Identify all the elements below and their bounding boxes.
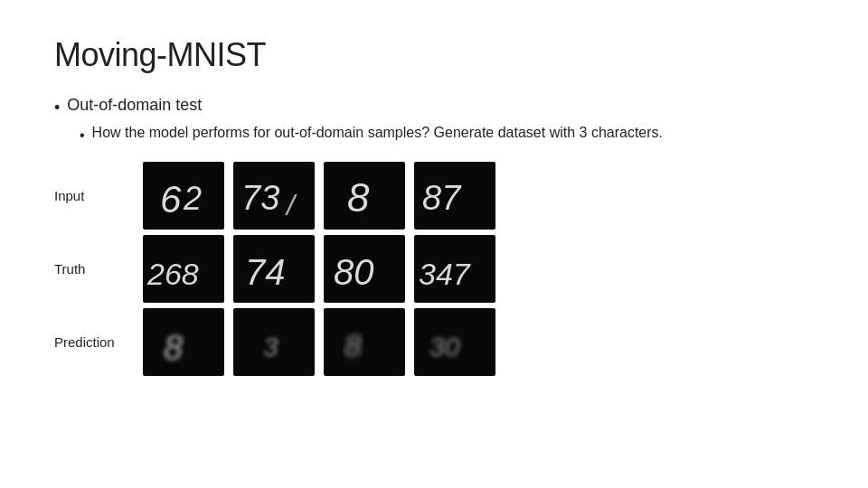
bullet-dot-l2: • xyxy=(80,126,85,145)
svg-text:3: 3 xyxy=(263,332,278,361)
prediction-label: Prediction xyxy=(54,308,127,376)
images-grid: 6 2 73 / 8 xyxy=(143,162,495,376)
pred-img-1: 8 xyxy=(143,308,224,376)
truth-img-1: 268 xyxy=(143,235,224,303)
svg-text:74: 74 xyxy=(245,252,286,292)
bullet-level2: • How the model performs for out-of-doma… xyxy=(80,123,814,145)
truth-img-3: 80 xyxy=(324,235,405,303)
pred-img-4: 30 xyxy=(414,308,495,376)
input-img-1: 6 2 xyxy=(143,162,224,230)
input-label: Input xyxy=(54,162,127,230)
pred-img-2: 3 xyxy=(233,308,315,376)
truth-img-2: 74 xyxy=(233,235,315,303)
svg-text:6: 6 xyxy=(160,178,182,221)
grid-section: Input Truth Prediction 6 2 xyxy=(54,162,814,376)
bullet-level1: • Out-of-domain test xyxy=(54,96,814,117)
pred-img-3: 8 xyxy=(324,308,405,376)
svg-text:30: 30 xyxy=(429,332,460,361)
input-row: 6 2 73 / 8 xyxy=(143,162,495,230)
svg-rect-18 xyxy=(144,309,223,375)
slide-container: Moving-MNIST • Out-of-domain test • How … xyxy=(0,0,868,488)
bullet-l1-text: Out-of-domain test xyxy=(67,96,202,115)
svg-text:87: 87 xyxy=(422,179,462,217)
svg-text:8: 8 xyxy=(347,175,370,220)
prediction-row: 8 3 8 xyxy=(143,308,495,376)
svg-text:8: 8 xyxy=(164,329,183,367)
bullet-l2-text: How the model performs for out-of-domain… xyxy=(92,123,663,143)
svg-text:73: 73 xyxy=(241,179,279,217)
input-img-3: 8 xyxy=(324,162,405,230)
svg-text:268: 268 xyxy=(146,257,199,291)
row-labels: Input Truth Prediction xyxy=(54,162,127,376)
input-img-2: 73 / xyxy=(233,162,315,230)
page-title: Moving-MNIST xyxy=(54,36,814,74)
truth-label: Truth xyxy=(54,235,127,303)
truth-img-4: 347 xyxy=(414,235,495,303)
svg-text:2: 2 xyxy=(183,180,202,217)
svg-text:8: 8 xyxy=(344,328,362,362)
svg-text:347: 347 xyxy=(419,257,471,291)
truth-row: 268 74 80 xyxy=(143,235,495,303)
bullet-dot-l1: • xyxy=(54,99,60,117)
input-img-4: 87 xyxy=(414,162,495,230)
svg-text:80: 80 xyxy=(334,252,374,292)
svg-rect-22 xyxy=(325,309,404,375)
